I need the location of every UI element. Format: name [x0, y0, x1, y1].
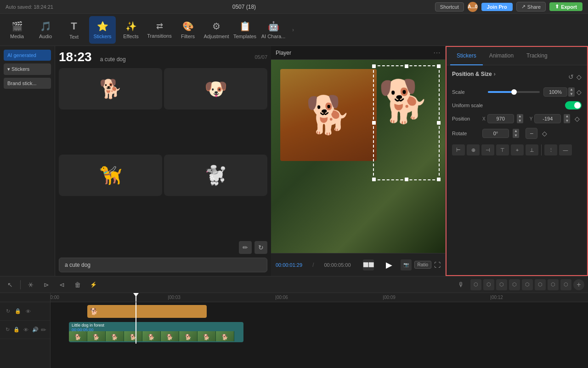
handle-mr[interactable] [437, 121, 441, 125]
handle-bl[interactable] [372, 178, 376, 181]
timeline-btn-4[interactable]: ⬡ [509, 279, 520, 290]
diamond-reset-button[interactable]: ◇ [577, 73, 582, 80]
handle-tl[interactable] [372, 64, 376, 68]
align-center-v-button[interactable]: + [511, 144, 524, 155]
tool-templates[interactable]: 📋 Templates [232, 16, 258, 44]
scale-input[interactable] [543, 87, 567, 97]
timeline-btn-8[interactable]: ⬡ [560, 279, 571, 290]
rotate-input[interactable] [482, 129, 509, 138]
x-down-button[interactable]: ▼ [517, 119, 523, 123]
timeline-btn-2[interactable]: ⬡ [483, 279, 494, 290]
tab-stickers[interactable]: Stickers [450, 47, 483, 65]
sticker-item-4[interactable]: 🐩 [164, 155, 267, 196]
tool-filters[interactable]: 🎨 Filters [175, 16, 201, 44]
scale-diamond-button[interactable]: ◇ [577, 88, 582, 96]
align-bottom-button[interactable]: ⊥ [526, 144, 538, 155]
timeline-btn-5[interactable]: ⬡ [522, 279, 533, 290]
ai-generated-button[interactable]: AI generated [4, 50, 51, 61]
timeline-add-button[interactable]: + [573, 279, 584, 290]
scale-up-button[interactable]: ▲ [568, 87, 575, 92]
player-menu-icon[interactable]: ⋯ [433, 48, 441, 57]
y-up-button[interactable]: ▲ [564, 114, 570, 119]
split-button[interactable]: ⚹ [24, 278, 37, 291]
trim-end-button[interactable]: ⊲ [56, 278, 68, 291]
timeline-btn-6[interactable]: ⬡ [535, 279, 546, 290]
export-button[interactable]: ⬆ Export [549, 2, 582, 11]
scale-slider-thumb[interactable] [511, 89, 517, 95]
y-input[interactable] [534, 114, 561, 123]
timeline-btn-1[interactable]: ⬡ [470, 279, 481, 290]
tool-audio[interactable]: 🎵 Audio [32, 16, 59, 44]
stickers-category-button[interactable]: ▾ Stickers [4, 63, 51, 75]
tool-media[interactable]: 🎬 Media [4, 16, 30, 44]
scale-down-button[interactable]: ▼ [568, 92, 575, 97]
tool-transitions[interactable]: ⇄ Transitions [146, 16, 173, 44]
sticker-eye-button[interactable]: 👁 [24, 307, 32, 316]
x-up-button[interactable]: ▲ [517, 114, 523, 119]
handle-br[interactable] [437, 178, 441, 181]
align-top-button[interactable]: ⊤ [496, 144, 509, 155]
distribute-v-button[interactable]: — [559, 144, 572, 155]
tab-tracking[interactable]: Tracking [520, 47, 554, 65]
video-lock-button[interactable]: 🔒 [13, 326, 20, 334]
fullscreen-button[interactable]: ⛶ [434, 261, 441, 269]
video-loop-button[interactable]: ↻ [4, 326, 11, 334]
tool-ai-chars[interactable]: 🤖 AI Chara... [260, 16, 287, 44]
search-input[interactable] [59, 258, 267, 272]
tool-effects[interactable]: ✨ Effects [118, 16, 144, 44]
reset-position-button[interactable]: ↺ [568, 73, 574, 80]
rotate-up-button[interactable]: ▲ [513, 129, 519, 133]
uniform-scale-toggle[interactable] [565, 101, 582, 109]
handle-bc[interactable] [405, 178, 408, 181]
play-button[interactable]: ▶ [386, 260, 392, 270]
align-right-button[interactable]: ⊣ [481, 144, 494, 155]
video-clip[interactable]: Little dog in forest 00:00:05:00 🐕 🐕 🐕 🐕… [69, 322, 243, 342]
y-down-button[interactable]: ▼ [564, 119, 570, 123]
rotate-minus-button[interactable]: − [526, 128, 537, 139]
x-input[interactable] [487, 114, 514, 123]
sticker-clip[interactable]: 🐕 [87, 305, 207, 318]
handle-ml[interactable] [372, 121, 376, 125]
handle-tc[interactable] [405, 64, 408, 68]
position-diamond-button[interactable]: ◇ [575, 115, 580, 122]
rotate-down-button[interactable]: ▼ [513, 133, 519, 138]
sticker-loop-button[interactable]: ↻ [4, 307, 12, 316]
rotate-diamond-button[interactable]: ◇ [542, 130, 547, 137]
sticker-lock-button[interactable]: 🔒 [14, 307, 22, 316]
trim-start-button[interactable]: ⊳ [40, 278, 53, 291]
sticker-edit-button[interactable]: ✏ [239, 241, 252, 254]
scale-slider[interactable] [488, 88, 540, 96]
tab-animation[interactable]: Animation [483, 47, 520, 65]
frame-type-button[interactable]: ⬜⬜ [363, 259, 374, 270]
sticker-item-3[interactable]: 🦮 [59, 155, 162, 196]
speed-button[interactable]: ⚡ [87, 278, 100, 291]
video-edit-button[interactable]: ✏ [41, 326, 46, 334]
shortcut-button[interactable]: Shortcut [435, 2, 464, 12]
video-eye-button[interactable]: 👁 [23, 326, 30, 334]
ratio-button[interactable]: Ratio [414, 261, 431, 269]
timeline-btn-7[interactable]: ⬡ [548, 279, 559, 290]
align-left-button[interactable]: ⊢ [452, 144, 465, 155]
sticker-refresh-button[interactable]: ↻ [254, 241, 267, 254]
delete-button[interactable]: 🗑 [71, 278, 84, 291]
tool-adjustment[interactable]: ⚙ Adjustment [203, 16, 230, 44]
tool-text[interactable]: T Text [61, 16, 87, 44]
selection-box[interactable] [373, 65, 440, 180]
distribute-h-button[interactable]: ⋮ [544, 144, 557, 155]
handle-tr[interactable] [437, 64, 441, 68]
tool-stickers[interactable]: ⭐ Stickers [89, 16, 116, 44]
align-center-h-button[interactable]: ⊕ [467, 144, 480, 155]
brand-stickers-button[interactable]: Brand stick... [4, 78, 51, 89]
align-separator [541, 144, 542, 155]
sticker-item-2[interactable]: 🐶 [164, 68, 267, 109]
mic-button[interactable]: 🎙 [455, 278, 468, 291]
timeline-btn-3[interactable]: ⬡ [496, 279, 507, 290]
sticker-item-1[interactable]: 🐕 [59, 68, 162, 109]
camera-btn[interactable]: 📷 [401, 259, 412, 270]
playhead[interactable] [136, 293, 136, 302]
toolbar-more[interactable]: › [288, 16, 298, 44]
join-pro-button[interactable]: Join Pro [481, 3, 513, 11]
video-audio-button[interactable]: 🔊 [32, 326, 39, 334]
select-tool-button[interactable]: ↖ [4, 278, 17, 291]
share-button[interactable]: ↗ Share [516, 2, 546, 12]
